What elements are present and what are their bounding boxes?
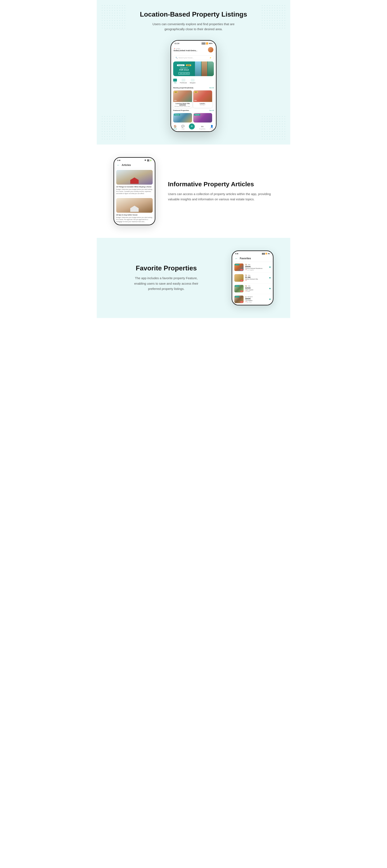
featured-card-2[interactable]: Featured (193, 113, 212, 123)
penthouse-icon (182, 79, 185, 82)
card2-info: Luxurio... 123 Palm... (193, 102, 212, 106)
fav-item-3[interactable]: Featured Rent 🏠 Villa $250K Time square … (232, 283, 273, 294)
fav-item-2[interactable]: Rent 🏠 Villa $1.9M Desert Retreat Villa … (232, 273, 273, 283)
fav-price-1: $550K (245, 266, 268, 268)
villa-icon-sm2: 🏠 (245, 274, 247, 276)
favorites-title: Favorites (240, 257, 251, 260)
fav-type-label-1: Villa (248, 264, 250, 265)
fav-item-4[interactable]: Featured Rent 🏘 Banglow $650K The Malibu… (232, 294, 273, 305)
nav-chat-label: Chat (182, 128, 184, 130)
section3-text: Favorite Properties The app includes a f… (113, 264, 219, 291)
nav-chat[interactable]: 💬 Chat (181, 125, 184, 130)
fav-heart-2[interactable]: ♥ (269, 276, 271, 279)
featured-header: Featured Properties See All (171, 108, 216, 112)
section1-description: Users can conveniently explore and find … (152, 22, 235, 32)
property-card-1[interactable]: Sell Villa Luxurious Haven Villa $250000… (173, 90, 192, 108)
article1-img (116, 170, 153, 185)
card2-img: Sell Villa (193, 90, 212, 102)
penthouse-label: Penthouse (180, 82, 187, 84)
signal-icon: ▐▐▐ (201, 42, 205, 44)
search-icon: 🔍 (175, 57, 178, 59)
battery-icon2: 🔋 (150, 159, 152, 161)
nav-home[interactable]: 🏠 Home (173, 125, 177, 130)
phone1-banner: Featured $35K PROPERTY FOR SALE +000 123… (173, 61, 214, 76)
card1-name: Luxurious Haven Villa (174, 103, 191, 104)
nav-home-label: Home (173, 128, 177, 130)
fav-badge-rent-1: Rent (240, 269, 243, 271)
phone1-statusbar: 11:14 ▐▐▐ 🛜 46% (171, 41, 216, 45)
price-badge: $35K (186, 64, 191, 66)
fav-info-4: 🏘 Banglow $650K The Malibu 📍 St. Cruz (245, 296, 268, 303)
article-1[interactable]: 10 Things to Consider When Buying a Home… (114, 168, 155, 196)
fav-heart-4[interactable]: ♥ (269, 298, 271, 301)
card2-type: Villa (194, 100, 197, 101)
phone1-search[interactable]: 🔍 Search your house... ⚡ (173, 55, 214, 60)
phone3-back[interactable]: ← (235, 257, 238, 260)
nav-profile[interactable]: 👤 Profile (210, 125, 214, 130)
home-icon: 🏠 (174, 125, 177, 128)
property-card-2[interactable]: Sell Villa Luxurio... 123 Palm... (193, 90, 212, 108)
article-2[interactable]: 20 tips to buy better house Budget: Dete… (114, 196, 155, 224)
villa-label: Villa (174, 82, 176, 84)
location-label: Location (175, 48, 180, 49)
section-favorites: Favorite Properties The app includes a f… (97, 238, 290, 318)
fav-thumb-2: Rent (234, 274, 244, 282)
fav-heart-3[interactable]: ♥ (269, 287, 271, 290)
properties-icon: 🏘 (201, 125, 204, 128)
phone2-statusbar: 2:40 👁 ▐▐ 🔋 (114, 158, 155, 162)
article2-title: 20 tips to buy better house (116, 214, 153, 216)
fav-info-2: 🏠 Villa $1.9M Desert Retreat Villa 📍 (245, 274, 268, 281)
fav-price-4: $650K (245, 298, 268, 300)
banner-img3 (208, 61, 214, 76)
featured-card-1[interactable]: Featured (173, 113, 192, 123)
type-villa[interactable]: Villa (173, 79, 177, 84)
phone1: 11:14 ▐▐▐ 🛜 46% 📍 Location Dubai,United … (171, 40, 216, 132)
article2-img (116, 198, 153, 213)
card1-address: 789 Beach Road, Dubai, Unite... (174, 106, 191, 107)
card1-badge: Sell (174, 91, 178, 93)
fav-item-1[interactable]: Featured Rent 🏠 Villa $550K Serene Retre… (232, 262, 273, 273)
featured-badge-1: Featured (174, 114, 180, 116)
banner-left: Featured $35K PROPERTY FOR SALE +000 123… (173, 61, 195, 76)
fav-type-2: 🏠 Villa (245, 274, 268, 276)
section2-description: Users can access a collection of propert… (168, 191, 274, 202)
card1-type: Villa (174, 100, 177, 101)
fav-info-1: 🏠 Villa $550K Serene Retreat Residence 📍… (245, 264, 268, 271)
article1-desc: Budget: Determine your budget before you… (116, 188, 153, 194)
featured-see-all[interactable]: See All (209, 110, 214, 111)
banner-right (195, 61, 214, 76)
nav-properties[interactable]: 🏘 Properties (199, 125, 205, 130)
fav-thumb-1: Featured Rent (234, 264, 244, 271)
property-types: Villa Penthouse Banglow (171, 78, 216, 84)
fav-heart-1[interactable]: ♥ (269, 266, 271, 269)
battery-icon3: 6% (268, 253, 270, 254)
fav-type-label-4: Banglow (248, 296, 253, 298)
phone1-wrap: 11:14 ▐▐▐ 🛜 46% 📍 Location Dubai,United … (105, 40, 282, 132)
section-location: Location-Based Property Listings Users c… (97, 0, 290, 145)
location-pin-icon: 📍 (174, 48, 175, 50)
phone3-icons: ▐▐▐ 🛜 6% (261, 253, 270, 255)
phone2-header: ← Articles (114, 162, 155, 168)
nearby-see-all[interactable]: See All (209, 87, 214, 89)
nav-add-button[interactable]: + (189, 124, 195, 129)
chat-icon: 💬 (181, 125, 184, 128)
phone2-icons: 👁 ▐▐ 🔋 (144, 159, 152, 161)
section2-title: Informative Property Articles (168, 180, 274, 188)
banner-img2 (202, 61, 208, 76)
filter-icon[interactable]: ⚡ (209, 57, 212, 59)
fav-badge-rent-2: Rent (240, 280, 243, 281)
section-articles: 2:40 👁 ▐▐ 🔋 ← Articles 10 Things to Cons… (97, 145, 290, 238)
section3-description: The app includes a favorite property Fea… (131, 275, 202, 291)
wifi-icon3: 🛜 (265, 253, 267, 254)
type-penthouse[interactable]: Penthouse (180, 79, 187, 84)
banglow-label: Banglow (190, 82, 196, 84)
banner-title1: PROPERTY (175, 67, 193, 69)
nearby-header: Nearby properties(Dubai) See All (171, 86, 216, 90)
phone3: 6:40 ▐▐▐ 🛜 6% ← Favorites Featured Rent … (232, 250, 274, 305)
back-arrow[interactable]: ← (117, 163, 120, 167)
pin-icon-4: 📍 (245, 302, 247, 303)
banglow-icon-sm: 🏘 (245, 296, 247, 298)
user-avatar[interactable] (208, 47, 213, 53)
type-banglow[interactable]: Banglow (190, 79, 196, 84)
fav-price-3: $250K (245, 287, 268, 289)
